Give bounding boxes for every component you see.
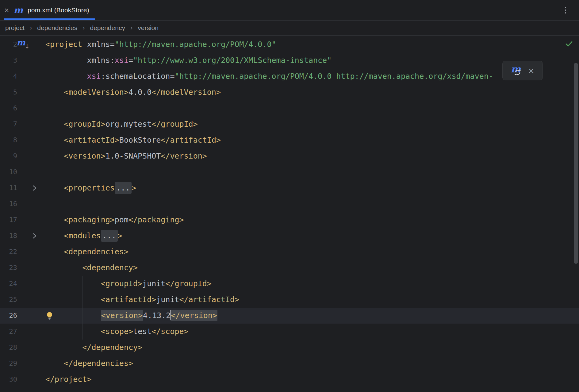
editor-tab-bar: × m pom.xml (BookStore) [0,0,579,21]
line-number: 18 [0,228,17,244]
active-tab-underline [4,18,95,20]
code-text[interactable]: <scope>test</scope> [43,324,579,340]
fold-collapsed-icon[interactable] [33,185,36,192]
code-text[interactable]: <project xmlns="http://maven.apache.org/… [43,37,579,52]
code-line-3: 3 xmlns:xsi="http://www.w3.org/2001/XMLS… [0,52,579,68]
line-number: 30 [0,371,17,387]
maven-goto-icon[interactable]: m↓ [17,38,30,51]
code-line-5: 5 <modelVersion>4.0.0</modelVersion> [0,84,579,100]
line-number: 22 [0,244,17,260]
code-editor[interactable]: 2m↓<project xmlns="http://maven.apache.o… [0,36,579,392]
line-number: 6 [0,100,17,116]
code-line-16: 16 [0,196,579,212]
code-text[interactable]: </project> [43,371,579,387]
line-number: 24 [0,276,17,292]
code-line-18: 18 <modules...> [0,228,579,244]
code-line-24: 24 <groupId>junit</groupId> [0,276,579,292]
code-line-23: 23 <dependency> [0,260,579,276]
code-text[interactable]: xmlns:xsi="http://www.w3.org/2001/XMLSch… [43,52,579,68]
breadcrumb-item-version[interactable]: version [138,24,159,32]
code-line-25: 25 <artifactId>junit</artifactId> [0,292,579,308]
code-line-9: 9 <version>1.0-SNAPSHOT</version> [0,148,579,164]
line-number: 28 [0,340,17,355]
code-text[interactable]: <modelVersion>4.0.0</modelVersion> [43,84,579,100]
code-text[interactable]: <groupId>junit</groupId> [43,276,579,292]
line-number: 2 [0,37,17,52]
code-line-4: 4 xsi:schemaLocation="http://maven.apach… [0,68,579,84]
inspections-ok-check-icon[interactable] [565,40,573,49]
code-line-2: 2m↓<project xmlns="http://maven.apache.o… [0,37,579,52]
code-line-10: 10 [0,164,579,180]
code-text[interactable]: <packaging>pom</packaging> [43,212,579,228]
line-number: 23 [0,260,17,276]
fold-collapsed-icon[interactable] [33,233,36,240]
matched-tag-highlight: </version> [171,310,217,321]
line-number: 26 [0,308,17,324]
code-text[interactable]: <properties...> [43,180,579,196]
code-text[interactable]: <dependency> [43,260,579,276]
code-line-27: 27 <scope>test</scope> [0,324,579,340]
line-number: 25 [0,292,17,308]
line-number: 3 [0,52,17,68]
code-text[interactable]: <artifactId>junit</artifactId> [43,292,579,308]
code-line-6: 6 [0,100,579,116]
breadcrumb-item-project[interactable]: project [5,24,25,32]
code-text[interactable]: <modules...> [43,228,579,244]
line-number: 29 [0,355,17,371]
maven-reload-button[interactable]: m [511,64,522,77]
line-number: 4 [0,68,17,84]
code-line-7: 7 <groupId>org.mytest</groupId> [0,116,579,132]
scrollbar-thumb[interactable] [574,63,578,264]
code-text[interactable]: <artifactId>BookStore</artifactId> [43,132,579,148]
line-number: 11 [0,180,17,196]
code-line-22: 22 <dependencies> [0,244,579,260]
popup-close-icon[interactable]: × [528,67,535,75]
code-text[interactable]: </dependency> [43,340,579,355]
code-line-8: 8 <artifactId>BookStore</artifactId> [0,132,579,148]
breadcrumb-separator: › [30,24,32,32]
breadcrumb-separator: › [82,24,85,32]
code-text[interactable]: <dependencies> [43,244,579,260]
tab-close-icon[interactable]: × [4,6,9,14]
breadcrumb-item-dependency[interactable]: dependency [90,24,125,32]
code-line-11: 11 <properties...> [0,180,579,196]
code-text[interactable] [43,196,579,212]
refresh-icon [514,69,521,76]
code-text[interactable]: xsi:schemaLocation="http://maven.apache.… [43,68,579,84]
code-line-17: 17 <packaging>pom</packaging> [0,212,579,228]
folded-region[interactable]: ... [115,182,132,194]
code-line-26: 26 <version>4.13.2</version> [0,308,579,324]
breadcrumb: project›dependencies›dependency›version [0,21,579,36]
line-number: 5 [0,84,17,100]
code-text[interactable]: <version>1.0-SNAPSHOT</version> [43,148,579,164]
line-number: 7 [0,116,17,132]
code-text[interactable]: <groupId>org.mytest</groupId> [43,116,579,132]
code-text[interactable]: <version>4.13.2</version> [43,308,579,324]
tab-title: pom.xml (BookStore) [28,6,89,14]
code-text[interactable] [43,164,579,180]
line-number: 8 [0,132,17,148]
line-number: 27 [0,324,17,340]
matched-tag-highlight: <version> [101,310,143,321]
code-line-30: 30</project> [0,371,579,387]
line-number: 9 [0,148,17,164]
line-number: 10 [0,164,17,180]
line-number: 17 [0,212,17,228]
breadcrumb-item-dependencies[interactable]: dependencies [37,24,77,32]
tab-pom-xml[interactable]: × m pom.xml (BookStore) [4,0,97,20]
code-text[interactable] [43,100,579,116]
code-line-29: 29 </dependencies> [0,355,579,371]
folded-region[interactable]: ... [101,230,118,242]
breadcrumb-separator: › [130,24,132,32]
kebab-menu-icon[interactable] [564,6,567,15]
maven-reload-popup: m × [502,61,543,80]
code-line-28: 28 </dependency> [0,340,579,355]
line-number: 16 [0,196,17,212]
code-text[interactable]: </dependencies> [43,355,579,371]
maven-icon: m [13,6,23,15]
